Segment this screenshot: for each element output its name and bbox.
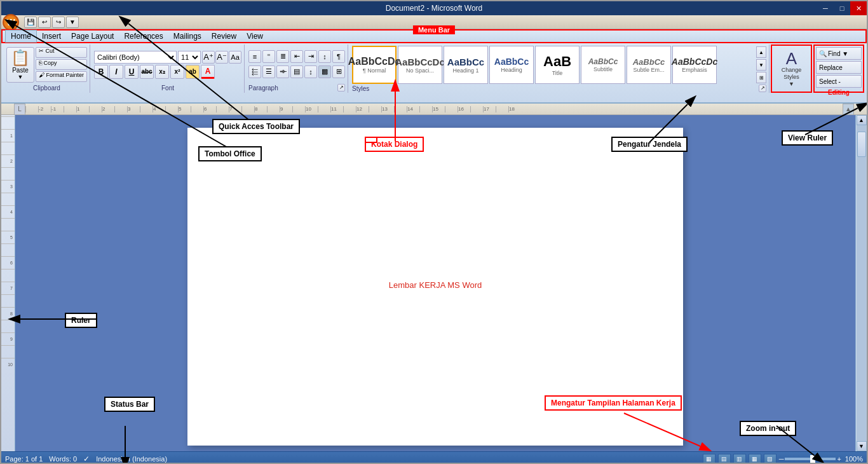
office-button[interactable]: W bbox=[3, 14, 19, 31]
underline-button[interactable]: U bbox=[125, 65, 139, 79]
document-area[interactable]: Lembar KERJA MS Word bbox=[15, 115, 855, 451]
document-page[interactable]: Lembar KERJA MS Word bbox=[187, 128, 683, 446]
font-label: Font bbox=[94, 83, 241, 92]
paragraph-dialog-launcher[interactable]: ↗ bbox=[337, 84, 345, 92]
ruler-type-indicator[interactable]: L bbox=[14, 104, 25, 115]
dropdown-qa[interactable]: ▼ bbox=[66, 17, 79, 28]
ruler-mark: 15 bbox=[432, 106, 445, 113]
styles-label: Styles bbox=[352, 84, 369, 92]
font-name-select[interactable]: Calibri (Body) bbox=[94, 51, 177, 64]
subscript-button[interactable]: x₂ bbox=[155, 65, 169, 79]
superscript-button[interactable]: x² bbox=[170, 65, 184, 79]
save-button-qa[interactable]: 💾 bbox=[24, 17, 37, 28]
v-ruler-marks: 1 2 3 4 5 6 7 8 9 10 bbox=[1, 116, 15, 371]
font-color-button[interactable]: A bbox=[201, 65, 215, 79]
justify[interactable]: ▤ bbox=[290, 65, 303, 78]
styles-scroll-down[interactable]: ▼ bbox=[756, 59, 766, 71]
menu-page-layout[interactable]: Page Layout bbox=[66, 31, 119, 42]
bold-button[interactable]: B bbox=[94, 65, 108, 79]
outline-view[interactable]: ▦ bbox=[749, 454, 761, 464]
ruler-mark: 10 bbox=[305, 106, 318, 113]
style-normal[interactable]: AaBbCcDc ¶ Normal bbox=[352, 46, 397, 84]
borders[interactable]: ⊞ bbox=[332, 65, 345, 78]
styles-scroll-up[interactable]: ▲ bbox=[756, 46, 766, 58]
vertical-scrollbar[interactable]: ▲ ▼ bbox=[855, 115, 867, 451]
web-layout-view[interactable]: ▥ bbox=[733, 454, 746, 464]
style-heading1[interactable]: AaBbCc Heading 1 bbox=[444, 46, 488, 84]
ruler-mark: 4 bbox=[153, 106, 165, 113]
align-center[interactable]: ☰ bbox=[262, 65, 275, 78]
style-no-spacing[interactable]: AaBbCcDc No Spaci... bbox=[398, 46, 442, 84]
font-group: Calibri (Body) 11 A⁺ A⁻ Aa bbox=[92, 44, 245, 93]
italic-button[interactable]: I bbox=[109, 65, 123, 79]
clipboard-label: Clipboard bbox=[6, 83, 87, 92]
menu-mailings[interactable]: Mailings bbox=[168, 31, 207, 42]
undo-button-qa[interactable]: ↩ bbox=[38, 17, 51, 28]
show-para-button[interactable]: ¶ bbox=[332, 50, 345, 63]
find-icon: 🔍 bbox=[819, 50, 827, 57]
print-layout-view[interactable]: ▦ bbox=[703, 454, 715, 464]
numbering-button[interactable]: ⁼ bbox=[262, 50, 275, 63]
strikethrough-button[interactable]: abc bbox=[140, 65, 154, 79]
zoom-slider[interactable] bbox=[785, 458, 836, 460]
decrease-indent[interactable]: ⇤ bbox=[290, 50, 303, 63]
find-button[interactable]: 🔍 Find ▼ bbox=[816, 47, 862, 60]
ruler-mark bbox=[64, 106, 76, 113]
shading[interactable]: ▩ bbox=[318, 65, 331, 78]
ruler-mark bbox=[470, 106, 483, 113]
replace-button[interactable]: Replace bbox=[816, 61, 862, 74]
scroll-down-button[interactable]: ▼ bbox=[857, 441, 867, 451]
scroll-track[interactable] bbox=[857, 125, 867, 441]
ruler-mark: 14 bbox=[407, 106, 419, 113]
zoom-in-button[interactable]: + bbox=[837, 455, 841, 463]
close-button[interactable]: ✕ bbox=[850, 1, 867, 15]
increase-indent[interactable]: ⇥ bbox=[304, 50, 317, 63]
cut-button[interactable]: ✂ Cut bbox=[36, 47, 87, 58]
scroll-up-button[interactable]: ▲ bbox=[857, 115, 867, 125]
style-subtitle[interactable]: AaBbCc Subtitle bbox=[581, 46, 625, 84]
format-painter-button[interactable]: 🖌 Format Painter bbox=[36, 71, 87, 82]
menu-references[interactable]: References bbox=[119, 31, 168, 42]
maximize-button[interactable]: □ bbox=[834, 1, 850, 15]
menu-insert[interactable]: Insert bbox=[37, 31, 66, 42]
clear-format-button[interactable]: Aa bbox=[229, 51, 241, 64]
full-reading-view[interactable]: ▤ bbox=[718, 454, 731, 464]
multi-level-button[interactable]: ≣ bbox=[276, 50, 289, 63]
paste-button[interactable]: 📋 Paste ▼ bbox=[6, 47, 34, 83]
ruler-mark bbox=[165, 106, 178, 113]
line-spacing[interactable]: ↕ bbox=[304, 65, 317, 78]
copy-button[interactable]: ⎘ Copy bbox=[36, 59, 87, 70]
menu-review[interactable]: Review bbox=[207, 31, 241, 42]
scroll-thumb[interactable] bbox=[857, 132, 866, 157]
view-ruler-button[interactable]: ▲ bbox=[843, 104, 854, 115]
minimize-button[interactable]: ─ bbox=[817, 1, 834, 15]
sort-button[interactable]: ↕ bbox=[318, 50, 331, 63]
font-size-select[interactable]: 11 bbox=[178, 51, 201, 64]
draft-view[interactable]: ▧ bbox=[764, 454, 776, 464]
font-shrink-button[interactable]: A⁻ bbox=[215, 51, 228, 64]
ruler-mark: 12 bbox=[356, 106, 369, 113]
ruler-mark: 13 bbox=[381, 106, 394, 113]
zoom-out-button[interactable]: ─ bbox=[779, 455, 784, 463]
style-emphasis[interactable]: AaBbCcDc Emphasis bbox=[672, 46, 717, 84]
bullets-button[interactable]: ≡ bbox=[248, 50, 261, 63]
styles-dialog-launcher[interactable]: ↗ bbox=[759, 85, 766, 92]
ruler-mark: 2 bbox=[102, 106, 114, 113]
redo-button-qa[interactable]: ↪ bbox=[52, 17, 65, 28]
language: Indonesian (Indonesia) bbox=[96, 455, 167, 463]
change-styles-button[interactable]: A ChangeStyles ▼ bbox=[782, 50, 802, 87]
ruler-mark bbox=[25, 106, 38, 113]
style-heading2[interactable]: AaBbCc Heading bbox=[489, 46, 534, 84]
select-button[interactable]: Select - bbox=[816, 75, 862, 88]
menu-view[interactable]: View bbox=[241, 31, 268, 42]
align-left[interactable]: ⬱ bbox=[248, 65, 261, 78]
style-title[interactable]: AaB Title bbox=[535, 46, 580, 84]
align-right[interactable]: ⬲ bbox=[276, 65, 289, 78]
editing-label: Editing bbox=[816, 88, 862, 96]
text-highlight-button[interactable]: ab bbox=[186, 65, 200, 79]
ruler-mark bbox=[292, 106, 305, 113]
style-subtle-emphasis[interactable]: AaBbCc Subtle Em... bbox=[627, 46, 671, 84]
font-grow-button[interactable]: A⁺ bbox=[202, 51, 215, 64]
styles-expand[interactable]: ⊞ bbox=[756, 72, 766, 83]
menu-home[interactable]: Home bbox=[5, 30, 37, 43]
